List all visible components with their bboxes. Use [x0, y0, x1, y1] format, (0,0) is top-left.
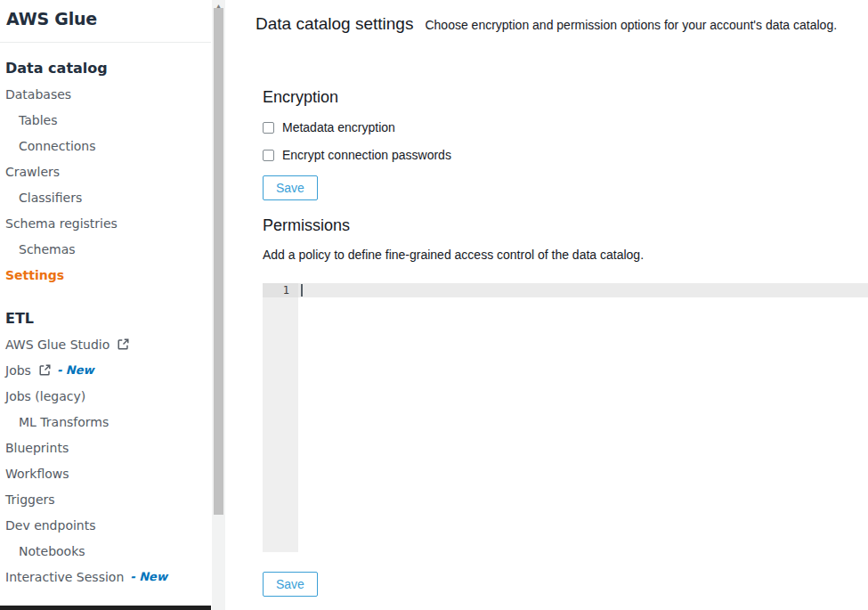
sidebar-item-dev-endpoints[interactable]: Dev endpoints	[5, 512, 211, 538]
sidebar-horizontal-scrollbar[interactable]	[0, 606, 211, 610]
new-badge: - New	[130, 570, 167, 583]
sidebar-item-label: Triggers	[5, 492, 55, 507]
sidebar-item-label: Jobs	[5, 363, 31, 378]
sidebar-item-label: Schema registries	[5, 216, 118, 231]
sidebar-item-label: Connections	[19, 139, 96, 153]
sidebar-item-notebooks[interactable]: Notebooks	[5, 538, 211, 564]
sidebar-item-label: Classifiers	[19, 191, 82, 205]
sidebar-item-label: Schemas	[19, 242, 76, 256]
permissions-heading: Permissions	[263, 216, 350, 235]
encryption-heading: Encryption	[263, 88, 338, 107]
metadata-encryption-checkbox[interactable]	[263, 122, 274, 134]
checkbox-label: Metadata encryption	[282, 120, 395, 134]
encrypt-passwords-checkbox-row[interactable]: Encrypt connection passwords	[263, 148, 451, 162]
sidebar-section-data-catalog: Data catalogDatabasesTablesConnectionsCr…	[5, 55, 211, 288]
sidebar-nav: Data catalogDatabasesTablesConnectionsCr…	[0, 43, 211, 590]
sidebar-item-label: Notebooks	[19, 544, 85, 558]
sidebar-item-connections[interactable]: Connections	[5, 133, 211, 159]
sidebar-item-label: Tables	[19, 113, 58, 127]
sidebar-item-jobs[interactable]: Jobs- New	[5, 357, 211, 383]
editor-active-line	[298, 283, 868, 297]
sidebar-item-label: Jobs (legacy)	[5, 389, 85, 403]
policy-code-editor[interactable]: 1	[263, 283, 868, 552]
sidebar-item-schemas[interactable]: Schemas	[5, 236, 211, 262]
page-header: Data catalog settings Choose encryption …	[256, 14, 837, 34]
sidebar-item-label: Settings	[5, 268, 64, 282]
new-badge: - New	[57, 363, 94, 377]
sidebar-item-workflows[interactable]: Workflows	[5, 460, 211, 486]
sidebar-item-databases[interactable]: Databases	[5, 81, 211, 107]
permissions-save-button[interactable]: Save	[263, 572, 318, 597]
editor-gutter	[263, 283, 298, 552]
sidebar-section-header-etl: ETL	[5, 305, 211, 331]
sidebar-section-etl: ETLAWS Glue StudioJobs- NewJobs (legacy)…	[5, 305, 211, 590]
app-title: AWS Glue	[0, 0, 211, 43]
sidebar-item-interactive-session[interactable]: Interactive Session- New	[5, 564, 211, 590]
sidebar-vertical-scrollbar[interactable]: ▲	[212, 0, 225, 610]
sidebar-item-aws-glue-studio[interactable]: AWS Glue Studio	[5, 331, 211, 357]
sidebar-item-settings[interactable]: Settings	[5, 262, 211, 288]
sidebar-item-classifiers[interactable]: Classifiers	[5, 184, 211, 210]
sidebar-item-label: AWS Glue Studio	[5, 338, 110, 352]
scrollbar-thumb[interactable]	[214, 8, 223, 515]
sidebar-item-label: Dev endpoints	[5, 518, 96, 533]
sidebar-item-label: Databases	[5, 87, 71, 102]
page-subtitle: Choose encryption and permission options…	[425, 18, 837, 32]
sidebar-item-tables[interactable]: Tables	[5, 107, 211, 133]
sidebar-item-label: Interactive Session	[5, 570, 124, 584]
sidebar-item-schema-registries[interactable]: Schema registries	[5, 210, 211, 236]
encrypt-passwords-checkbox[interactable]	[263, 150, 274, 161]
main-content: Data catalog settings Choose encryption …	[225, 0, 868, 610]
encryption-save-button[interactable]: Save	[263, 175, 318, 200]
sidebar: AWS Glue Data catalogDatabasesTablesConn…	[0, 0, 211, 610]
sidebar-item-label: Crawlers	[5, 165, 60, 179]
external-link-icon	[39, 364, 51, 376]
sidebar-item-ml-transforms[interactable]: ML Transforms	[5, 409, 211, 435]
permissions-description: Add a policy to define fine-grained acce…	[263, 248, 644, 262]
sidebar-section-header-data-catalog: Data catalog	[5, 55, 211, 81]
page-title: Data catalog settings	[256, 14, 413, 34]
sidebar-item-blueprints[interactable]: Blueprints	[5, 435, 211, 460]
sidebar-item-crawlers[interactable]: Crawlers	[5, 159, 211, 184]
external-link-icon	[118, 338, 129, 350]
sidebar-item-label: ML Transforms	[19, 415, 109, 429]
checkbox-label: Encrypt connection passwords	[282, 148, 451, 162]
sidebar-item-triggers[interactable]: Triggers	[5, 486, 211, 512]
editor-line-number: 1	[263, 283, 298, 297]
sidebar-item-label: Blueprints	[5, 441, 69, 455]
editor-text-cursor	[301, 284, 303, 297]
metadata-encryption-checkbox-row[interactable]: Metadata encryption	[263, 120, 395, 134]
sidebar-item-label: Workflows	[5, 467, 69, 481]
sidebar-item-jobs-legacy[interactable]: Jobs (legacy)	[5, 383, 211, 409]
